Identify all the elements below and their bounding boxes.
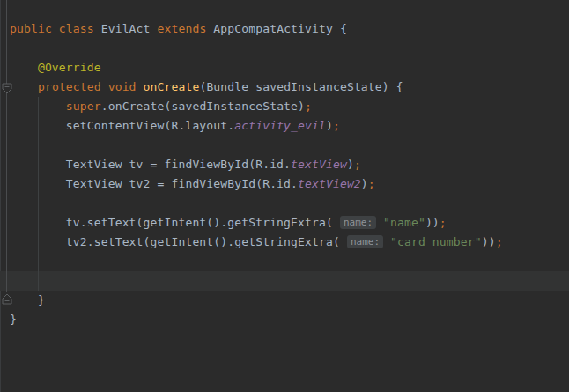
code-token: } bbox=[10, 313, 17, 326]
code-token: ; bbox=[368, 177, 375, 190]
parameter-hint-inlay: name: bbox=[340, 216, 376, 229]
code-token: protected void bbox=[38, 80, 144, 93]
code-token: "card_number" bbox=[390, 235, 482, 248]
code-line[interactable]: public class EvilAct extends AppCompatAc… bbox=[0, 19, 569, 39]
code-token: } bbox=[10, 293, 45, 307]
code-line[interactable]: protected void onCreate(Bundle savedInst… bbox=[0, 78, 569, 97]
code-line[interactable] bbox=[0, 271, 569, 291]
code-token: textView2 bbox=[298, 177, 361, 190]
code-token: ; bbox=[354, 158, 361, 171]
code-token: ) bbox=[347, 158, 354, 171]
code-line[interactable] bbox=[0, 136, 569, 155]
code-line[interactable]: } bbox=[0, 291, 569, 310]
code-token: )) bbox=[425, 216, 440, 229]
code-token: activity_evil bbox=[234, 119, 326, 132]
code-line[interactable] bbox=[0, 194, 569, 213]
code-token: onCreate bbox=[144, 80, 200, 93]
code-token: AppCompatActivity { bbox=[213, 22, 347, 35]
code-token: .onCreate(savedInstanceState) bbox=[101, 100, 305, 113]
code-line[interactable] bbox=[0, 252, 569, 271]
code-line[interactable]: TextView tv2 = findViewById(R.id.textVie… bbox=[0, 174, 569, 194]
code-line[interactable]: } bbox=[0, 310, 569, 329]
code-token: extends bbox=[158, 22, 214, 35]
code-lines: public class EvilAct extends AppCompatAc… bbox=[0, 19, 569, 329]
code-token: ; bbox=[305, 100, 312, 113]
code-token: ; bbox=[440, 216, 447, 229]
code-token: ; bbox=[333, 119, 340, 132]
code-token: setContentView(R.layout. bbox=[10, 119, 234, 132]
code-token bbox=[376, 216, 383, 229]
code-token bbox=[10, 100, 66, 113]
code-token: super bbox=[66, 100, 101, 113]
code-line[interactable]: super.onCreate(savedInstanceState); bbox=[0, 97, 569, 116]
code-token: tv2.setText(getIntent().getStringExtra( bbox=[10, 235, 347, 248]
code-token: textView bbox=[291, 158, 347, 171]
code-token: @Override bbox=[10, 61, 101, 74]
code-line[interactable]: tv.setText(getIntent().getStringExtra( n… bbox=[0, 213, 569, 233]
code-token bbox=[383, 235, 390, 248]
code-token: EvilAct bbox=[101, 22, 158, 35]
code-token: ) bbox=[361, 177, 368, 190]
code-token: ) bbox=[326, 119, 333, 132]
code-token: TextView tv2 = findViewById(R.id. bbox=[10, 177, 298, 190]
code-token: "name" bbox=[383, 216, 425, 229]
code-token: ; bbox=[496, 235, 503, 248]
code-token: public class bbox=[10, 22, 101, 35]
code-token: TextView tv = findViewById(R.id. bbox=[10, 158, 291, 171]
code-line[interactable]: tv2.setText(getIntent().getStringExtra( … bbox=[0, 233, 569, 252]
code-editor: public class EvilAct extends AppCompatAc… bbox=[0, 0, 569, 392]
code-token: tv.setText(getIntent().getStringExtra( bbox=[10, 216, 340, 229]
code-line[interactable]: setContentView(R.layout.activity_evil); bbox=[0, 116, 569, 136]
code-line[interactable] bbox=[0, 39, 569, 58]
code-line[interactable]: @Override bbox=[0, 58, 569, 78]
code-token bbox=[10, 80, 38, 93]
code-token: (Bundle savedInstanceState) { bbox=[199, 80, 403, 93]
code-token: )) bbox=[482, 235, 496, 248]
code-line[interactable]: TextView tv = findViewById(R.id.textView… bbox=[0, 155, 569, 174]
parameter-hint-inlay: name: bbox=[347, 235, 383, 248]
